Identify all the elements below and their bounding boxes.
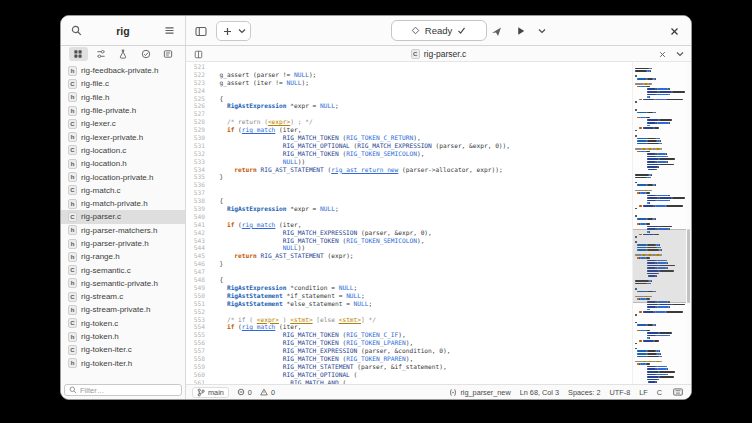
file-list-item[interactable]: hrig-match-private.h xyxy=(61,197,185,210)
file-list-item[interactable]: hrig-location-private.h xyxy=(61,170,185,183)
file-list-item[interactable]: hrig-feedback-private.h xyxy=(61,64,185,77)
code-line[interactable]: 528 /* return (<expr>) ; */ xyxy=(186,118,632,126)
pages-grid-button[interactable] xyxy=(191,48,205,60)
code-line[interactable]: 536 xyxy=(186,181,632,189)
code-line[interactable]: 523 g_assert (iter != NULL); xyxy=(186,79,632,87)
file-list-item[interactable]: hrig-file-private.h xyxy=(61,104,185,117)
tab-list-button[interactable] xyxy=(673,48,687,60)
file-list-item[interactable]: hrig-stream-private.h xyxy=(61,303,185,316)
file-list-item[interactable]: Crig-lexer.c xyxy=(61,117,185,130)
omnibar-button[interactable]: Ready xyxy=(391,20,487,41)
file-list-item[interactable]: Crig-token-iter.c xyxy=(61,343,185,356)
file-list-item[interactable]: Crig-match.c xyxy=(61,184,185,197)
code-line[interactable]: 553 /* if ( <expr> ) <stmt> [else <stmt>… xyxy=(186,316,632,324)
code-line[interactable]: 535 } xyxy=(186,173,632,181)
diagnostics-errors[interactable]: 0 xyxy=(237,388,252,397)
code-line[interactable]: 545 return RIG_AST_STATEMENT (expr); xyxy=(186,252,632,260)
minimap-viewport[interactable] xyxy=(633,229,686,303)
line-ending[interactable]: LF xyxy=(639,388,648,397)
code-line[interactable]: 557 RIG_MATCH_EXPRESSION (parser, &condi… xyxy=(186,347,632,355)
run-button[interactable] xyxy=(511,21,531,41)
symbol-button[interactable]: rig_parser_new xyxy=(449,388,510,397)
code-line[interactable]: 548 { xyxy=(186,276,632,284)
search-button[interactable] xyxy=(66,21,86,41)
file-list-item[interactable]: Crig-token.c xyxy=(61,317,185,330)
code-line[interactable]: 537 xyxy=(186,189,632,197)
code-line[interactable]: 531 RIG_MATCH_OPTIONAL (RIG_MATCH_EXPRES… xyxy=(186,142,632,150)
code-line[interactable]: 560 RIG_MATCH_OPTIONAL ( xyxy=(186,371,632,379)
code-line[interactable]: 527 xyxy=(186,110,632,118)
code-line[interactable]: 530 RIG_MATCH_TOKEN (RIG_TOKEN_C_RETURN)… xyxy=(186,134,632,142)
code-line[interactable]: 551 RigAstStatement *else_statement = NU… xyxy=(186,300,632,308)
file-list-item[interactable]: hrig-file.h xyxy=(61,91,185,104)
code-line[interactable]: 544 NULL)) xyxy=(186,244,632,252)
indentation-mode[interactable]: Spaces: 2 xyxy=(568,388,600,397)
code-line[interactable]: 539 RigAstExpression *expr = NULL; xyxy=(186,205,632,213)
file-list-item[interactable]: hrig-token-iter.h xyxy=(61,357,185,370)
sidebar-tab-notes[interactable] xyxy=(159,47,178,61)
code-line[interactable]: 555 RIG_MATCH_TOKEN (RIG_TOKEN_C_IF), xyxy=(186,331,632,339)
code-line[interactable]: 547 xyxy=(186,268,632,276)
file-list-item[interactable]: hrig-parser-matchers.h xyxy=(61,224,185,237)
code-line[interactable]: 559 RIG_MATCH_STATEMENT (parser, &if_sta… xyxy=(186,363,632,371)
tab-close-button[interactable] xyxy=(655,48,669,60)
language-mode[interactable]: C xyxy=(657,388,662,397)
code-line[interactable]: 549 RigAstExpression *condition = NULL; xyxy=(186,284,632,292)
file-list-item[interactable]: Crig-semantic.c xyxy=(61,263,185,276)
vertical-scrollbar[interactable] xyxy=(686,62,691,384)
tab-rig-parser[interactable]: C rig-parser.c xyxy=(411,49,467,59)
branch-button[interactable]: main xyxy=(192,387,229,398)
code-line[interactable]: 538 { xyxy=(186,197,632,205)
filter-input[interactable]: Filter… xyxy=(64,384,182,396)
code-line[interactable]: 546 } xyxy=(186,260,632,268)
file-list-item[interactable]: hrig-lexer-private.h xyxy=(61,130,185,143)
file-list-item[interactable]: hrig-semantic-private.h xyxy=(61,277,185,290)
file-list-item[interactable]: Crig-parser.c xyxy=(61,210,185,223)
code-line[interactable]: 524 xyxy=(186,87,632,95)
sidebar-tab-tests[interactable] xyxy=(114,47,133,61)
code-line[interactable]: 522 g_assert (parser != NULL); xyxy=(186,71,632,79)
sidebar-tab-symbols[interactable] xyxy=(91,47,110,61)
sidebar-tab-files[interactable] xyxy=(69,47,88,61)
cursor-position[interactable]: Ln 68, Col 3 xyxy=(520,388,559,397)
code-line[interactable]: 525 { xyxy=(186,95,632,103)
code-line[interactable]: 526 RigAstExpression *expr = NULL; xyxy=(186,102,632,110)
sliders-icon xyxy=(96,49,106,59)
code-line[interactable]: 541 if (rig_match (iter, xyxy=(186,221,632,229)
diagnostics-warnings[interactable]: 0 xyxy=(260,388,275,397)
file-list-item[interactable]: hrig-range.h xyxy=(61,250,185,263)
code-line[interactable]: 542 RIG_MATCH_EXPRESSION (parser, &expr,… xyxy=(186,229,632,237)
code-line[interactable]: 534 return RIG_AST_STATEMENT (rig_ast_re… xyxy=(186,166,632,174)
run-options-button[interactable] xyxy=(536,21,548,41)
code-line[interactable]: 543 RIG_MATCH_TOKEN (RIG_TOKEN_SEMICOLON… xyxy=(186,237,632,245)
code-line[interactable]: 532 RIG_MATCH_TOKEN (RIG_TOKEN_SEMICOLON… xyxy=(186,150,632,158)
file-list-item[interactable]: Crig-file.c xyxy=(61,77,185,90)
file-list-item[interactable]: hrig-token.h xyxy=(61,330,185,343)
sidebar-tab-todo[interactable] xyxy=(136,47,155,61)
code-line[interactable]: 521 xyxy=(186,63,632,71)
file-list-item[interactable]: hrig-parser-private.h xyxy=(61,237,185,250)
code-line[interactable]: 558 RIG_MATCH_TOKEN (RIG_TOKEN_RPAREN), xyxy=(186,355,632,363)
code-line[interactable]: 554 if (rig_match (iter, xyxy=(186,323,632,331)
file-list-item[interactable]: Crig-location.c xyxy=(61,144,185,157)
menu-button[interactable] xyxy=(160,21,180,41)
file-list-item[interactable]: Crig-stream.c xyxy=(61,290,185,303)
file-list-item[interactable]: hrig-location.h xyxy=(61,157,185,170)
scrollbar-thumb[interactable] xyxy=(687,229,690,303)
new-page-button[interactable] xyxy=(220,23,234,39)
toggle-left-panel-button[interactable] xyxy=(191,21,211,41)
code-line[interactable]: 529 if (rig_match (iter, xyxy=(186,126,632,134)
rocket-button[interactable] xyxy=(486,21,506,41)
code-line[interactable]: 533 NULL)) xyxy=(186,158,632,166)
new-page-dropdown-button[interactable] xyxy=(236,23,247,39)
code-line[interactable]: 550 RigAstStatement *if_statement = NULL… xyxy=(186,292,632,300)
code-line[interactable]: 552 xyxy=(186,308,632,316)
encoding[interactable]: UTF-8 xyxy=(610,388,631,397)
code-editor[interactable]: 521522 g_assert (parser != NULL);523 g_a… xyxy=(186,62,632,384)
files-grid-icon xyxy=(73,49,83,59)
code-line[interactable]: 556 RIG_MATCH_TOKEN (RIG_TOKEN_LPAREN), xyxy=(186,339,632,347)
keyboard-settings-button[interactable] xyxy=(671,386,685,398)
code-line[interactable]: 540 xyxy=(186,213,632,221)
window-close-button[interactable] xyxy=(664,21,684,41)
minimap[interactable] xyxy=(632,62,686,384)
